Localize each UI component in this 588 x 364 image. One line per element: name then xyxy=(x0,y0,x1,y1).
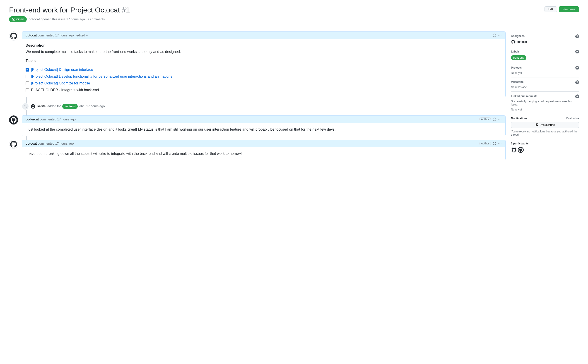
author-badge: Author xyxy=(479,117,491,121)
avatar[interactable] xyxy=(9,140,18,149)
assignees-title[interactable]: Assignees xyxy=(511,34,525,38)
svg-point-11 xyxy=(499,119,499,120)
svg-point-5 xyxy=(500,35,500,36)
label-badge[interactable]: front-end xyxy=(511,55,526,60)
comment-timestamp: commented 17 hours ago xyxy=(38,33,74,37)
svg-point-14 xyxy=(493,142,496,145)
comment-author[interactable]: octocat xyxy=(26,33,37,37)
comment-body: I just looked at the completed user inte… xyxy=(26,127,502,132)
gear-icon[interactable] xyxy=(575,50,579,53)
svg-point-0 xyxy=(13,19,14,20)
gear-icon[interactable] xyxy=(575,94,579,98)
task-checkbox[interactable] xyxy=(26,68,29,72)
unsubscribe-label: Unsubscribe xyxy=(540,123,555,127)
svg-point-2 xyxy=(494,35,494,35)
projects-title[interactable]: Projects xyxy=(511,66,522,69)
linked-prs-value: None yet xyxy=(511,108,579,111)
comment-body: I have been breaking down all the steps … xyxy=(26,151,502,156)
edited-indicator[interactable]: · edited xyxy=(75,33,88,37)
customize-link[interactable]: Customize xyxy=(566,117,579,120)
avatar[interactable] xyxy=(518,147,524,153)
issue-meta: octocat opened this issue 17 hours ago ·… xyxy=(28,17,105,21)
task-checkbox[interactable] xyxy=(26,75,29,78)
task-text: PLACEHOLDER - Integrate with back-end xyxy=(31,87,99,93)
comment-author[interactable]: codercat xyxy=(26,117,39,121)
tag-icon xyxy=(22,103,29,110)
issue-author[interactable]: octocat xyxy=(28,17,40,21)
svg-point-9 xyxy=(494,119,494,119)
comment-timestamp: commented 17 hours ago xyxy=(38,142,74,145)
labels-title[interactable]: Labels xyxy=(511,50,520,53)
comment-timestamp: commented 17 hours ago xyxy=(40,117,76,121)
new-issue-button[interactable]: New issue xyxy=(559,6,579,12)
task-checkbox[interactable] xyxy=(26,88,29,92)
task-item: [Project Octocat] Develop functionality … xyxy=(26,73,502,80)
projects-value: None yet xyxy=(511,71,579,74)
sidebar: Assignees octocat Labels front-end Proje… xyxy=(511,32,579,164)
avatar[interactable] xyxy=(511,147,517,153)
issue-opened-text: opened this issue 17 hours ago · 2 comme… xyxy=(41,17,105,21)
svg-point-13 xyxy=(501,119,502,120)
comment: codercat commented 17 hours ago Author xyxy=(22,116,506,136)
task-item: [Project Octocat] Design user interface xyxy=(26,66,502,73)
task-text[interactable]: [Project Octocat] Develop functionality … xyxy=(31,74,172,79)
edit-button[interactable]: Edit xyxy=(544,6,557,12)
issue-number: #1 xyxy=(122,6,130,14)
unsubscribe-button[interactable]: Unsubscribe xyxy=(511,122,579,128)
task-text[interactable]: [Project Octocat] Optimize for mobile xyxy=(31,81,90,86)
kebab-icon[interactable] xyxy=(498,142,502,145)
comment: octocat commented 17 hours ago · edited xyxy=(22,32,506,97)
avatar[interactable] xyxy=(511,40,515,44)
svg-point-12 xyxy=(500,119,500,120)
avatar[interactable] xyxy=(9,116,18,124)
event-text-after: label 17 hours ago xyxy=(79,104,105,108)
milestone-title[interactable]: Milestone xyxy=(511,80,523,84)
linked-prs-title[interactable]: Linked pull requests xyxy=(511,95,537,98)
chevron-down-icon xyxy=(86,35,88,36)
assignee-name[interactable]: octocat xyxy=(517,40,527,44)
gear-icon[interactable] xyxy=(575,34,579,38)
task-checkbox[interactable] xyxy=(26,82,29,85)
emoji-icon[interactable] xyxy=(493,142,496,145)
emoji-icon[interactable] xyxy=(493,33,496,37)
author-badge: Author xyxy=(479,142,491,145)
svg-point-18 xyxy=(500,143,500,144)
avatar[interactable] xyxy=(9,32,18,40)
issue-title: Front-end work for Project Octocat #1 xyxy=(9,6,130,14)
emoji-icon[interactable] xyxy=(493,117,496,121)
linked-prs-desc: Successfully merging a pull request may … xyxy=(511,100,579,106)
kebab-icon[interactable] xyxy=(498,33,502,37)
bell-slash-icon xyxy=(535,123,539,127)
description-heading: Description xyxy=(26,43,502,48)
svg-point-4 xyxy=(499,35,499,36)
task-text[interactable]: [Project Octocat] Design user interface xyxy=(31,67,93,72)
notifications-title: Notifications xyxy=(511,117,528,120)
issue-open-icon xyxy=(12,17,15,21)
label-badge[interactable]: front-end xyxy=(62,104,78,109)
event-actor[interactable]: saritai xyxy=(37,104,46,108)
svg-point-15 xyxy=(494,143,494,143)
main-column: octocat commented 17 hours ago · edited xyxy=(9,32,506,164)
event-text-before: added the xyxy=(47,104,61,108)
comment-author[interactable]: octocat xyxy=(26,142,37,145)
svg-point-19 xyxy=(501,143,502,144)
tasks-heading: Tasks xyxy=(26,58,502,64)
description-text: We need to complete multiple tasks to ma… xyxy=(26,49,502,55)
kebab-icon[interactable] xyxy=(498,117,502,121)
issue-state-badge: Open xyxy=(9,16,27,22)
task-list: [Project Octocat] Design user interface[… xyxy=(26,66,502,93)
participants-title: 2 participants xyxy=(511,142,579,145)
gear-icon[interactable] xyxy=(575,66,579,70)
avatar[interactable] xyxy=(31,104,35,109)
svg-point-17 xyxy=(499,143,499,144)
svg-point-7 xyxy=(32,105,33,106)
notification-reason: You're receiving notifications because y… xyxy=(511,130,579,136)
issue-title-text: Front-end work for Project Octocat xyxy=(9,6,120,14)
timeline-event: saritai added the front-end label 17 hou… xyxy=(9,101,506,112)
task-item: PLACEHOLDER - Integrate with back-end xyxy=(26,87,502,93)
milestone-value: No milestone xyxy=(511,85,579,89)
task-item: [Project Octocat] Optimize for mobile xyxy=(26,80,502,87)
comment: octocat commented 17 hours ago Author xyxy=(22,140,506,160)
gear-icon[interactable] xyxy=(575,80,579,84)
svg-point-6 xyxy=(501,35,502,36)
